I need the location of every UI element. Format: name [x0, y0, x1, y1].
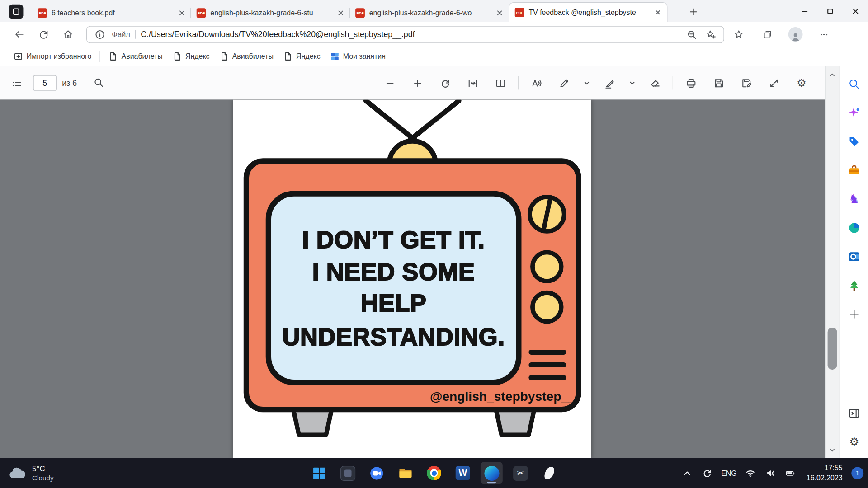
sidebar-outlook-button[interactable] [844, 247, 864, 267]
profile-avatar[interactable] [788, 27, 803, 42]
person-icon [791, 32, 801, 42]
tab-workbook[interactable]: PDF english-plus-kazakh-grade-6-wo [350, 3, 509, 22]
sidebar-tools-button[interactable] [844, 160, 864, 180]
maximize-button[interactable] [817, 0, 842, 22]
chrome-icon [427, 466, 441, 480]
page-icon [108, 52, 118, 61]
file-explorer-button[interactable] [394, 462, 416, 484]
home-button[interactable] [60, 26, 76, 43]
save-as-button[interactable] [736, 73, 756, 93]
settings-more-button[interactable] [816, 27, 831, 42]
print-button[interactable] [681, 73, 701, 93]
sidebar-settings-button[interactable]: ⚙ [844, 432, 864, 451]
tray-overflow-button[interactable] [680, 466, 695, 480]
sidebar-add-button[interactable] [844, 304, 864, 324]
bookmark-my-classes[interactable]: Мои занятия [326, 48, 391, 64]
sidebar-bottom: ⚙ [840, 404, 868, 452]
minimize-button[interactable] [792, 0, 817, 22]
chat-button[interactable] [365, 462, 387, 484]
pdf-scrollbar[interactable] [825, 66, 839, 458]
close-window-button[interactable] [843, 0, 868, 22]
start-button[interactable] [308, 462, 330, 484]
tab-close-icon[interactable] [494, 8, 504, 18]
fullscreen-button[interactable] [764, 73, 784, 93]
pen-icon [559, 78, 569, 88]
sidebar-games-button[interactable]: ♞ [844, 189, 864, 209]
gear-icon: ⚙ [797, 77, 807, 88]
bookmarks-separator [100, 51, 100, 61]
edge-button-active[interactable] [481, 462, 503, 484]
notification-count-badge[interactable]: 1 [851, 467, 863, 479]
widgets-button[interactable] [336, 462, 359, 484]
pdf-toolbar: из 6 ⚙ [0, 66, 825, 99]
bookmark-aviatickets-2[interactable]: Авиабилеты [215, 48, 278, 64]
white-swoosh-app-button[interactable] [538, 462, 560, 484]
tab-actions-menu-button[interactable] [9, 5, 24, 19]
draw-dropdown-button[interactable] [582, 73, 592, 93]
fit-to-width-button[interactable] [463, 73, 483, 93]
sync-tray-button[interactable] [700, 466, 715, 480]
sidebar-nature-button[interactable] [844, 276, 864, 296]
page-number-input[interactable] [33, 75, 56, 90]
tab-tv-feedback-active[interactable]: PDF TV feedback @english_stepbyste [509, 2, 667, 22]
save-button[interactable] [708, 73, 728, 93]
scroll-down-button[interactable] [826, 444, 840, 456]
erase-button[interactable] [645, 73, 665, 93]
tv-text-line-1: I DON’T GET IT. [302, 226, 485, 253]
pdf-viewport[interactable]: I DON’T GET IT. I NEED SOME HELP UNDERST… [0, 99, 825, 458]
wifi-button[interactable] [743, 466, 758, 480]
url-bar[interactable]: Файл C:/Users/Evrika/Downloads/TV%20feed… [86, 26, 724, 43]
pdf-toolbar-center: ⚙ [380, 73, 811, 93]
new-tab-button[interactable] [686, 5, 699, 18]
find-in-document-button[interactable] [89, 73, 109, 93]
tab-teachers-book[interactable]: PDF 6 teachers book.pdf [32, 3, 191, 22]
back-button[interactable] [11, 26, 28, 43]
zoom-out-page-button[interactable] [684, 27, 698, 42]
collections-button[interactable] [760, 27, 775, 42]
tab-close-icon[interactable] [335, 8, 345, 18]
url-scheme-label: Файл [112, 30, 130, 38]
word-button[interactable]: W [452, 462, 474, 484]
draw-button[interactable] [554, 73, 574, 93]
table-of-contents-button[interactable] [7, 73, 27, 93]
url-text[interactable]: C:/Users/Evrika/Downloads/TV%20feedback%… [141, 30, 679, 39]
page-view-button[interactable] [491, 73, 510, 93]
sidebar-search-button[interactable] [844, 74, 864, 94]
grid-app-icon [330, 52, 340, 61]
bookmark-aviatickets-1[interactable]: Авиабилеты [104, 48, 167, 64]
refresh-button[interactable] [35, 26, 52, 43]
sidebar-shopping-button[interactable] [844, 131, 864, 151]
read-aloud-button[interactable] [526, 73, 546, 93]
zoom-in-button[interactable] [407, 73, 427, 93]
teal-swirl-icon [848, 222, 860, 234]
sidebar-panel-button[interactable] [844, 404, 864, 423]
tab-close-icon[interactable] [653, 8, 663, 18]
scrollbar-thumb[interactable] [828, 328, 837, 370]
language-indicator[interactable]: ENG [720, 469, 738, 477]
pdf-settings-button[interactable]: ⚙ [792, 73, 811, 93]
zoom-out-button[interactable] [380, 73, 400, 93]
add-favorite-button[interactable] [703, 27, 718, 42]
taskbar-clock[interactable]: 17:55 16.02.2023 [807, 463, 843, 483]
bookmark-yandex-2[interactable]: Яндекс [278, 48, 326, 64]
bookmark-import-favorites[interactable]: Импорт избранного [9, 48, 97, 64]
open-panel-icon [848, 407, 860, 419]
rotate-button[interactable] [435, 73, 455, 93]
favorites-button[interactable] [731, 27, 746, 42]
bookmark-yandex-1[interactable]: Яндекс [168, 48, 215, 64]
tab-title: TV feedback @english_stepbyste [528, 8, 648, 16]
snipping-tool-button[interactable]: ✂ [509, 462, 532, 484]
tree-icon [848, 279, 860, 291]
sidebar-discover-button[interactable] [844, 103, 864, 123]
tab-student-book[interactable]: PDF english-plus-kazakh-grade-6-stu [191, 3, 349, 22]
sidebar-m365-button[interactable] [844, 218, 864, 238]
battery-button[interactable] [783, 466, 798, 480]
highlight-button[interactable] [599, 73, 619, 93]
chrome-button[interactable] [423, 462, 445, 484]
tab-close-icon[interactable] [177, 8, 187, 18]
weather-widget[interactable]: 5°C Cloudy [8, 464, 54, 483]
volume-button[interactable] [763, 466, 778, 480]
scroll-up-button[interactable] [826, 69, 840, 81]
page-info-button[interactable] [92, 27, 107, 42]
highlight-dropdown-button[interactable] [627, 73, 637, 93]
